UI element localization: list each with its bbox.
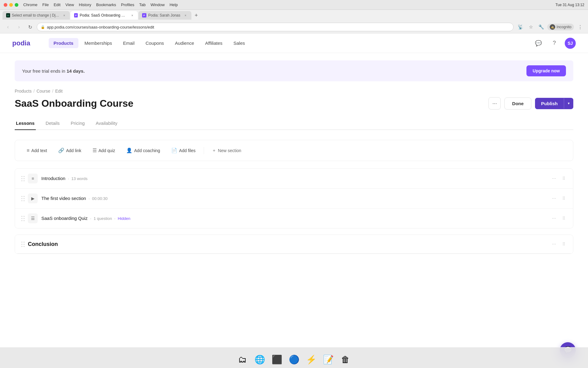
new-section-button[interactable]: ＋ New section xyxy=(208,145,246,156)
mac-menu-bookmarks[interactable]: Bookmarks xyxy=(96,2,116,7)
lesson-more-button-quiz[interactable]: ··· xyxy=(550,214,558,223)
reload-button[interactable]: ↻ xyxy=(26,23,34,31)
browser-menu-button[interactable]: ⋮ xyxy=(576,23,584,31)
lesson-actions-introduction: ··· ⠿ xyxy=(550,174,567,183)
drag-handle-video[interactable] xyxy=(21,196,24,201)
address-bar[interactable]: 🔒 app.podia.com/courses/saas-onboarding-… xyxy=(37,23,514,31)
drag-handle-introduction[interactable] xyxy=(21,176,24,182)
section-more-button-conclusion[interactable]: ··· xyxy=(550,240,558,248)
new-tab-button[interactable]: + xyxy=(192,11,201,20)
section-header-conclusion: Conclusion ··· ⠿ xyxy=(15,235,573,254)
mac-menu-profiles[interactable]: Profiles xyxy=(121,2,134,7)
dock-vscode[interactable]: 🔵 xyxy=(287,352,301,367)
mac-menu-view[interactable]: View xyxy=(66,2,74,7)
tab3-title: Podia: Sarah Jonas xyxy=(148,13,180,17)
section-name-conclusion[interactable]: Conclusion xyxy=(28,241,546,247)
nav-item-email[interactable]: Email xyxy=(118,38,140,48)
cast-button[interactable]: 📡 xyxy=(516,23,525,31)
lesson-drag-right-video[interactable]: ⠿ xyxy=(561,195,567,201)
nav-item-audience[interactable]: Audience xyxy=(170,38,199,48)
lesson-drag-right-quiz[interactable]: ⠿ xyxy=(561,215,567,221)
minimize-window-button[interactable] xyxy=(9,3,13,7)
extensions-button[interactable]: 🔧 xyxy=(537,23,545,31)
user-avatar[interactable]: SJ xyxy=(565,38,576,49)
upgrade-now-button[interactable]: Upgrade now xyxy=(526,65,566,76)
add-quiz-button[interactable]: ☰ Add quiz xyxy=(88,145,119,156)
chat-icon-button[interactable]: 💬 xyxy=(533,38,544,49)
help-icon-button[interactable]: ? xyxy=(549,38,560,49)
tab-details[interactable]: Details xyxy=(44,117,61,130)
mac-menu-file[interactable]: File xyxy=(42,2,49,7)
breadcrumb-course[interactable]: Course xyxy=(36,89,50,94)
tab3-close-button[interactable]: × xyxy=(183,13,188,17)
add-link-button[interactable]: 🔗 Add link xyxy=(54,145,86,156)
tab-pricing[interactable]: Pricing xyxy=(70,117,86,130)
add-text-button[interactable]: ≡ Add text xyxy=(22,145,51,156)
browser-tab-2[interactable]: P Podia: SaaS Onboarding Cours... × xyxy=(70,11,138,20)
lesson-title-quiz[interactable]: SaaS onboarding Quiz xyxy=(41,216,88,221)
nav-item-products[interactable]: Products xyxy=(49,38,78,48)
dock-bolt[interactable]: ⚡ xyxy=(304,352,318,367)
lesson-toolbar: ≡ Add text 🔗 Add link ☰ Add quiz 👤 Add c… xyxy=(15,140,573,161)
lesson-meta-quiz: · 1 question · xyxy=(89,216,118,221)
nav-item-coupons[interactable]: Coupons xyxy=(141,38,169,48)
tab-lessons[interactable]: Lessons xyxy=(15,117,36,130)
browser-tab-3[interactable]: P Podia: Sarah Jonas × xyxy=(138,11,191,20)
tab2-close-button[interactable]: × xyxy=(130,13,134,17)
maximize-window-button[interactable] xyxy=(15,3,18,7)
drag-handle-quiz[interactable] xyxy=(21,216,24,221)
section-drag-right-conclusion[interactable]: ⠿ xyxy=(561,241,567,247)
mac-menu-edit[interactable]: Edit xyxy=(54,2,60,7)
lesson-more-button-introduction[interactable]: ··· xyxy=(550,174,558,183)
lesson-row-quiz: ☰ SaaS onboarding Quiz · 1 question · Hi… xyxy=(15,209,573,228)
bookmark-button[interactable]: ☆ xyxy=(526,23,535,31)
nav-item-sales[interactable]: Sales xyxy=(228,38,250,48)
nav-right: 💬 ? SJ xyxy=(533,38,576,49)
mac-menu-chrome[interactable]: Chrome xyxy=(23,2,37,7)
breadcrumb-edit: Edit xyxy=(55,89,62,94)
lesson-more-button-video[interactable]: ··· xyxy=(550,194,558,203)
back-button[interactable]: ‹ xyxy=(4,23,12,31)
mac-menu-tab[interactable]: Tab xyxy=(139,2,145,7)
close-window-button[interactable] xyxy=(4,3,7,7)
tab1-close-button[interactable]: × xyxy=(62,13,66,17)
dock-notes[interactable]: 📝 xyxy=(321,352,336,367)
tab-availability[interactable]: Availability xyxy=(95,117,119,130)
add-files-button[interactable]: 📄 Add files xyxy=(167,145,200,156)
breadcrumb-products[interactable]: Products xyxy=(15,89,32,94)
breadcrumb-sep-2: / xyxy=(52,89,53,94)
browser-tabs-bar: D Select email to change | Djang... × P … xyxy=(0,10,588,21)
nav-item-memberships[interactable]: Memberships xyxy=(80,38,117,48)
add-coaching-button[interactable]: 👤 Add coaching xyxy=(122,145,164,156)
trial-banner: Your free trial ends in 14 days. Upgrade… xyxy=(15,60,573,81)
done-button[interactable]: Done xyxy=(504,98,531,109)
dock-chrome[interactable]: 🌐 xyxy=(252,352,267,367)
lesson-row-introduction: ≡ Introduction · 13 words ··· ⠿ xyxy=(15,169,573,189)
drag-handle-conclusion[interactable] xyxy=(21,241,24,247)
course-tabs: Lessons Details Pricing Availability xyxy=(15,117,573,130)
mac-menu-window[interactable]: Window xyxy=(150,2,164,7)
incognito-icon: 🕵 xyxy=(550,24,555,30)
app-logo[interactable]: podia xyxy=(12,39,30,47)
dock-terminal[interactable]: ⬛ xyxy=(270,352,284,367)
nav-items: Products Memberships Email Coupons Audie… xyxy=(49,38,250,48)
mac-menu-history[interactable]: History xyxy=(79,2,91,7)
more-options-button[interactable]: ··· xyxy=(488,97,501,109)
address-text[interactable]: app.podia.com/courses/saas-onboarding-co… xyxy=(47,25,154,29)
lesson-title-introduction[interactable]: Introduction xyxy=(41,176,65,181)
lesson-drag-right-introduction[interactable]: ⠿ xyxy=(561,175,567,182)
nav-item-affiliates[interactable]: Affiliates xyxy=(200,38,227,48)
mac-dock: 🗂 🌐 ⬛ 🔵 ⚡ 📝 🗑 xyxy=(0,347,588,368)
dock-finder[interactable]: 🗂 xyxy=(235,352,250,367)
browser-tab-1[interactable]: D Select email to change | Djang... × xyxy=(2,11,70,20)
mac-window-controls[interactable] xyxy=(4,3,18,7)
mac-menu-help[interactable]: Help xyxy=(170,2,178,7)
new-section-label: New section xyxy=(218,148,241,153)
publish-main-button[interactable]: Publish xyxy=(535,98,564,109)
dock-trash[interactable]: 🗑 xyxy=(338,352,353,367)
lesson-info-introduction: Introduction · 13 words xyxy=(41,176,546,181)
lesson-title-video[interactable]: The first video section xyxy=(41,196,86,201)
browser-chrome: D Select email to change | Djang... × P … xyxy=(0,10,588,33)
forward-button[interactable]: › xyxy=(15,23,23,31)
publish-dropdown-button[interactable]: ▾ xyxy=(564,98,573,109)
